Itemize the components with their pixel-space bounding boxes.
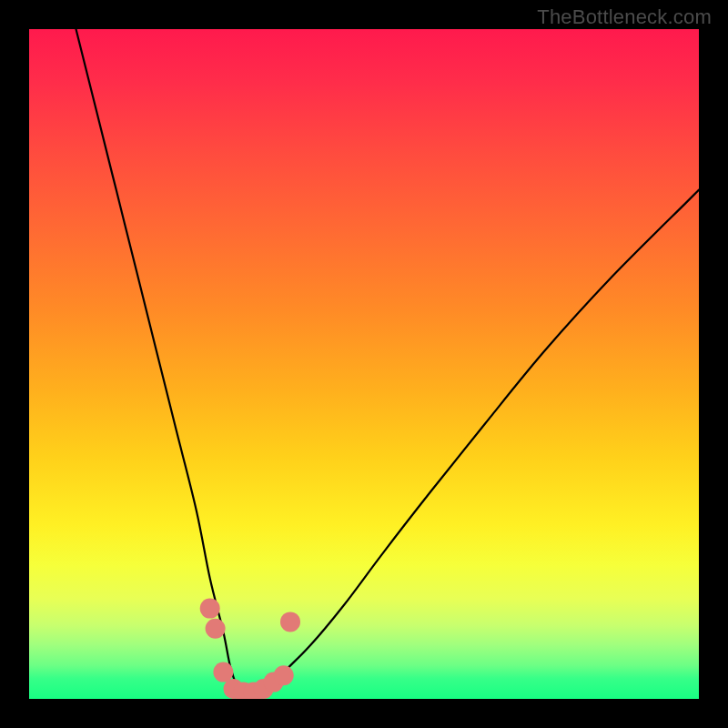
marker-dot [280,612,300,632]
marker-dot [206,619,226,639]
bottleneck-curve [76,29,700,693]
chart-svg [29,29,699,699]
plot-area [29,29,699,699]
marker-dot [274,665,294,685]
chart-frame: TheBottleneck.com [0,0,728,728]
marker-dot [213,662,233,682]
marker-dot [200,599,220,619]
watermark-text: TheBottleneck.com [537,5,712,29]
highlighted-points [200,599,300,699]
